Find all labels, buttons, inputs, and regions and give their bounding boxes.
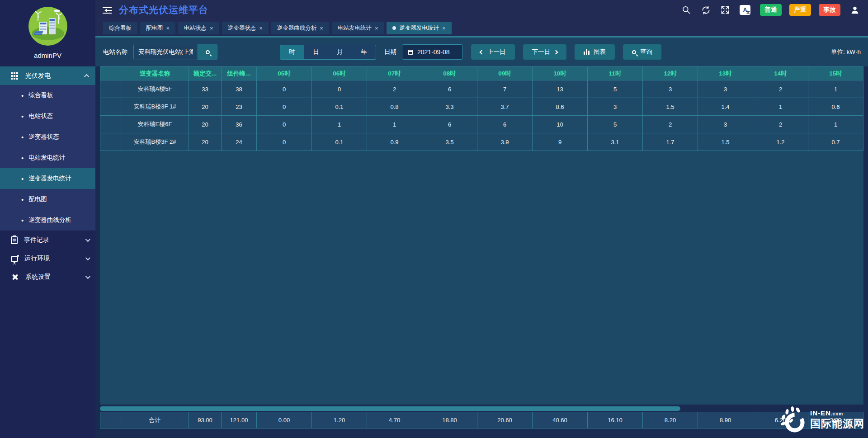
search-icon[interactable] <box>681 5 691 15</box>
sidebar-subitem-station-generation-stats[interactable]: •电站发电统计 <box>0 147 95 168</box>
totals-empty-cell <box>100 412 121 429</box>
value-cell: 5 <box>588 116 643 133</box>
tab-inverter-generation-stats[interactable]: 逆变器发电统计× <box>387 22 451 34</box>
period-button-日[interactable]: 日 <box>304 45 328 60</box>
topbar-actions: A文 普通严重事故 <box>681 4 860 16</box>
grid-icon <box>11 72 19 80</box>
close-tab-icon[interactable]: × <box>375 25 378 31</box>
sidebar-item-label: 系统设置 <box>25 273 85 281</box>
sidebar-item-label: 运行环境 <box>24 254 85 263</box>
select-all-cell <box>100 67 121 80</box>
badge-accident[interactable]: 事故 <box>819 4 840 16</box>
totals-value-cell: 20.60 <box>477 412 533 429</box>
date-picker[interactable]: 2021-09-08 <box>402 44 463 60</box>
totals-label-cell: 合计 <box>121 412 189 429</box>
close-tab-icon[interactable]: × <box>210 25 213 31</box>
tab-inverter-curve-analysis[interactable]: 逆变器曲线分析× <box>271 22 329 34</box>
sidebar-subitem-label: 配电图 <box>28 195 47 203</box>
sidebar-subitem-label: 逆变器曲线分析 <box>28 216 71 224</box>
value-cell: 0.6 <box>808 98 863 116</box>
value-cell: 0.8 <box>367 98 422 116</box>
main-area: 分布式光伏运维平台 <box>95 0 868 438</box>
tab-label: 配电图 <box>146 24 163 32</box>
badge-normal[interactable]: 普通 <box>760 4 782 16</box>
sidebar-menu: 光伏发电•综合看板•电站状态•逆变器状态•电站发电统计•逆变器发电统计•配电图•… <box>0 66 95 286</box>
value-cell: 0 <box>257 133 312 151</box>
bullet-icon: • <box>21 217 24 224</box>
station-search-button[interactable] <box>198 44 217 60</box>
value-cell: 13 <box>533 80 588 98</box>
badge-severe[interactable]: 严重 <box>789 4 811 16</box>
sidebar-item-system-settings[interactable]: 系统设置 <box>0 268 95 286</box>
table-header-row: 逆变器名称额定交...组件峰...05时06时07时08时09时10时11时12… <box>100 67 863 80</box>
value-cell: 1.4 <box>698 98 753 116</box>
value-cell: 10 <box>533 116 588 133</box>
sidebar-subitem-inverter-generation-stats[interactable]: •逆变器发电统计 <box>0 168 95 189</box>
sidebar-item-label: 光伏发电 <box>25 72 85 80</box>
prev-day-button[interactable]: 上一日 <box>471 44 515 60</box>
translate-icon[interactable]: A文 <box>740 5 750 15</box>
bar-chart-icon <box>584 49 590 55</box>
close-tab-icon[interactable]: × <box>320 25 323 31</box>
active-tab-dot-icon <box>392 26 396 30</box>
watermark: IN-EN.com 国际能源网 <box>778 405 864 435</box>
value-cell: 9 <box>533 133 588 151</box>
sidebar-subitem-label: 逆变器状态 <box>28 133 59 141</box>
hscrollbar-thumb[interactable] <box>100 406 680 411</box>
station-name-input[interactable] <box>134 44 198 60</box>
inverter-name-cell: 安科瑞B楼3F 2# <box>121 133 189 151</box>
column-header: 09时 <box>477 67 533 80</box>
sidebar-subitem-inverter-status[interactable]: •逆变器状态 <box>0 127 95 147</box>
close-tab-icon[interactable]: × <box>259 25 263 31</box>
company-logo-icon <box>27 5 69 47</box>
value-cell: 23 <box>222 98 257 116</box>
page-title: 分布式光伏运维平台 <box>119 4 208 16</box>
sidebar-subitem-inverter-curve-analysis[interactable]: •逆变器曲线分析 <box>0 210 95 231</box>
table-row: 安科瑞E楼6F2036011661052321 <box>100 116 863 133</box>
sidebar-subitem-station-status[interactable]: •电站状态 <box>0 106 95 127</box>
period-button-时[interactable]: 时 <box>280 45 304 60</box>
value-cell: 2 <box>643 116 698 133</box>
tab-distribution-diagram[interactable]: 配电图× <box>140 22 175 34</box>
column-header: 05时 <box>257 67 312 80</box>
sidebar-item-pv-generation[interactable]: 光伏发电 <box>0 66 95 85</box>
row-select-cell <box>100 116 121 133</box>
value-cell: 3.1 <box>588 133 643 151</box>
period-button-年[interactable]: 年 <box>352 45 376 60</box>
tab-station-generation-stats[interactable]: 电站发电统计× <box>332 22 384 34</box>
query-button[interactable]: 查询 <box>623 44 661 60</box>
value-cell: 3 <box>643 80 698 98</box>
fullscreen-icon[interactable] <box>720 5 730 15</box>
horizontal-scrollbar[interactable] <box>100 405 863 412</box>
next-day-button[interactable]: 下一日 <box>523 44 567 60</box>
avatar-icon[interactable] <box>850 5 860 15</box>
chevron-down-icon <box>85 255 90 260</box>
sidebar-subitem-distribution-diagram[interactable]: •配电图 <box>0 189 95 210</box>
logo <box>0 0 95 47</box>
sidebar-item-event-records[interactable]: 事件记录 <box>0 231 95 249</box>
close-tab-icon[interactable]: × <box>442 25 446 31</box>
close-tab-icon[interactable]: × <box>166 25 170 31</box>
row-select-cell <box>100 133 121 151</box>
tools-icon <box>11 273 19 281</box>
collapse-menu-icon[interactable] <box>103 7 112 14</box>
tab-inverter-status[interactable]: 逆变器状态× <box>222 22 269 34</box>
tab-station-status[interactable]: 电站状态× <box>178 22 219 34</box>
bullet-icon: • <box>21 113 24 120</box>
period-button-月[interactable]: 月 <box>328 45 352 60</box>
value-cell: 3.9 <box>477 133 533 151</box>
date-value: 2021-09-08 <box>417 48 450 56</box>
sidebar-item-runtime-environment[interactable]: 运行环境 <box>0 249 95 268</box>
magnifier-icon <box>206 50 210 54</box>
alarm-badges: 普通严重事故 <box>760 4 840 16</box>
value-cell: 0.7 <box>808 133 863 151</box>
chart-button[interactable]: 图表 <box>575 44 615 60</box>
column-header: 额定交... <box>189 67 222 80</box>
tab-overview-board[interactable]: 综合看板 <box>103 22 137 34</box>
sidebar-subitem-label: 电站状态 <box>28 112 53 120</box>
totals-value-cell: 8.20 <box>643 412 698 429</box>
totals-value-cell: 16.10 <box>588 412 643 429</box>
sidebar-subitem-overview-board[interactable]: •综合看板 <box>0 85 95 106</box>
refresh-icon[interactable] <box>701 5 711 15</box>
value-cell: 8.6 <box>533 98 588 116</box>
